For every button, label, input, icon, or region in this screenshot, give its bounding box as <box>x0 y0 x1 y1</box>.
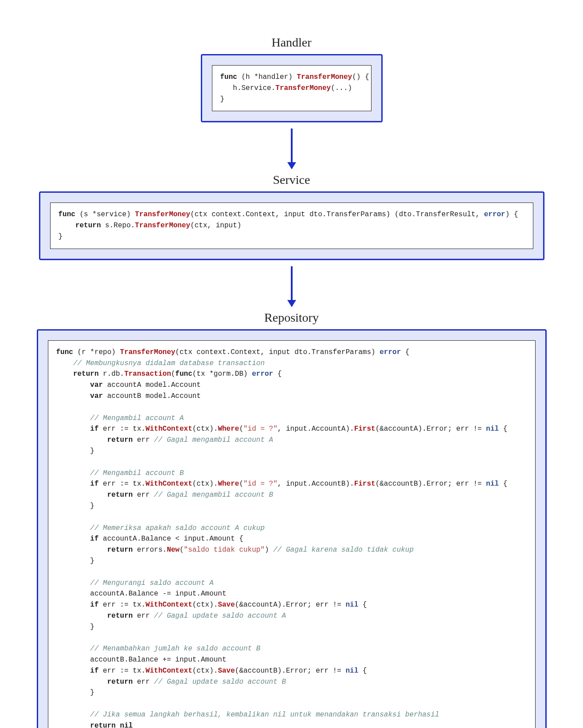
kw-func: func <box>59 210 75 218</box>
type-error: error <box>380 348 401 356</box>
comment: // Gagal mengambil account A <box>154 436 273 444</box>
code: (&accountA).Error; err != <box>376 425 486 433</box>
fn-call: Where <box>218 425 239 433</box>
comment: // Gagal update saldo account A <box>154 612 286 620</box>
repository-code: func (r *repo) TransferMoney(ctx context… <box>48 340 536 728</box>
code: , input.AccountA). <box>278 425 354 433</box>
code: (ctx). <box>192 667 218 675</box>
code: (ctx). <box>192 480 218 488</box>
kw-if: if <box>90 480 98 488</box>
code: (&accountA).Error; err != <box>235 601 346 609</box>
kw-return: return <box>107 436 133 444</box>
code: { <box>273 370 282 378</box>
kw-return: return <box>107 491 133 499</box>
code: () { <box>352 73 369 81</box>
fn-call: WithContext <box>145 601 192 609</box>
fn-name: TransferMoney <box>135 210 190 218</box>
fn-call: Transaction <box>124 370 171 378</box>
code: (...) <box>331 84 352 92</box>
code: err <box>133 678 154 686</box>
code: ( <box>171 370 176 378</box>
comment: // Mengambil account A <box>56 414 184 422</box>
code <box>56 535 90 543</box>
code <box>59 222 75 230</box>
code: { <box>401 348 409 356</box>
code: err := tx. <box>99 667 146 675</box>
comment: // Membungkusnya didalam database transa… <box>56 359 265 367</box>
code: h.Service. <box>220 84 276 92</box>
arrow-handler-service <box>27 128 556 168</box>
service-box: func (s *service) TransferMoney(ctx cont… <box>39 191 544 260</box>
code <box>56 381 90 389</box>
kw-if: if <box>90 601 98 609</box>
kw-return: return <box>73 370 99 378</box>
kw-nil: nil <box>345 601 358 609</box>
fn-call: TransferMoney <box>135 222 190 230</box>
code <box>56 370 73 378</box>
code: { <box>358 667 367 675</box>
code <box>56 436 107 444</box>
code: ) { <box>505 210 518 218</box>
fn-call: Save <box>218 667 235 675</box>
fn-call: First <box>354 480 376 488</box>
comment: // Menambahkan jumlah ke saldo account B <box>56 645 261 653</box>
fn-name: TransferMoney <box>120 348 176 356</box>
code: } <box>56 689 94 697</box>
string: "id = ?" <box>243 480 278 488</box>
code: s.Repo. <box>101 222 135 230</box>
kw-nil: nil <box>486 425 499 433</box>
kw-return: return <box>107 612 133 620</box>
code: errors. <box>133 546 167 554</box>
comment: // Jika semua langkah berhasil, kembalik… <box>56 711 439 719</box>
code: , input.AccountB). <box>278 480 354 488</box>
code <box>56 601 90 609</box>
code: accountA.Balance < input.Amount { <box>99 535 243 543</box>
string: "saldo tidak cukup" <box>184 546 265 554</box>
fn-call: TransferMoney <box>275 84 331 92</box>
fn-name: TransferMoney <box>297 73 352 81</box>
code <box>56 546 107 554</box>
code: err <box>133 491 154 499</box>
code: } <box>56 502 94 510</box>
comment: // Mengambil account B <box>56 469 184 477</box>
type-error: error <box>252 370 273 378</box>
code: err <box>133 612 154 620</box>
kw-func: func <box>220 73 237 81</box>
service-code: func (s *service) TransferMoney(ctx cont… <box>50 202 533 249</box>
kw-if: if <box>90 425 98 433</box>
kw-nil: nil <box>486 480 499 488</box>
code: accountA model.Account <box>103 381 201 389</box>
fn-call: Save <box>218 601 235 609</box>
arrow-service-repo <box>27 266 556 306</box>
handler-label: Handler <box>27 35 556 50</box>
kw-return: return <box>107 546 133 554</box>
code: err := tx. <box>99 425 146 433</box>
code <box>56 722 90 728</box>
code: ) <box>265 546 273 554</box>
fn-call: First <box>354 425 376 433</box>
code: err := tx. <box>99 601 146 609</box>
kw-func: func <box>175 370 192 378</box>
kw-if: if <box>90 535 98 543</box>
type-error: error <box>484 210 505 218</box>
kw-return: return <box>107 678 133 686</box>
code: (ctx, input) <box>190 222 241 230</box>
code: accountB.Balance += input.Amount <box>56 656 227 664</box>
comment: // Gagal karena saldo tidak cukup <box>273 546 414 554</box>
code: (ctx). <box>192 425 218 433</box>
handler-code: func (h *handler) TransferMoney() { h.Se… <box>212 65 372 111</box>
code: err := tx. <box>99 480 146 488</box>
code: (&accountB).Error; err != <box>235 667 346 675</box>
code: accountA.Balance -= input.Amount <box>56 590 227 598</box>
code <box>56 491 107 499</box>
kw-var: var <box>90 392 103 400</box>
comment: // Gagal mengambil account B <box>154 491 273 499</box>
comment: // Memeriksa apakah saldo account A cuku… <box>56 524 265 532</box>
fn-call: WithContext <box>145 667 192 675</box>
code: } <box>56 623 94 631</box>
handler-box: func (h *handler) TransferMoney() { h.Se… <box>201 54 383 122</box>
kw-var: var <box>90 381 103 389</box>
code <box>56 392 90 400</box>
code: ( <box>239 425 243 433</box>
code: (ctx context.Context, input dto.Transfer… <box>190 210 484 218</box>
